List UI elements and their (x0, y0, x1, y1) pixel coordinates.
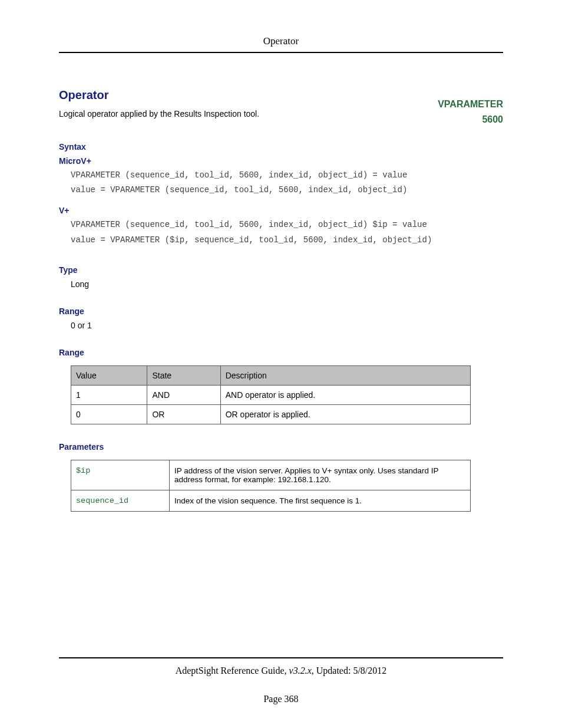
range2-heading: Range (59, 348, 503, 357)
col-value: Value (71, 365, 147, 385)
range1-value: 0 or 1 (59, 321, 503, 330)
table-row: $ip IP address of the vision server. App… (71, 460, 471, 490)
syntax-heading: Syntax (59, 142, 503, 151)
param-desc: Index of the vision sequence. The first … (170, 490, 471, 511)
table-header-row: Value State Description (71, 365, 471, 385)
table-row: sequence_id Index of the vision sequence… (71, 490, 471, 511)
col-state: State (147, 365, 220, 385)
microv-label: MicroV+ (59, 156, 503, 166)
table-row: 1 AND AND operator is applied. (71, 385, 471, 404)
microv-line2: value = VPARAMETER (sequence_id, tool_id… (71, 185, 407, 195)
microv-code: VPARAMETER (sequence_id, tool_id, 5600, … (59, 168, 503, 197)
cell-desc: AND operator is applied. (220, 385, 470, 404)
vparameter-tag: VPARAMETER 5600 (438, 97, 503, 127)
param-desc: IP address of the vision server. Applies… (170, 460, 471, 490)
parameters-heading: Parameters (59, 442, 503, 452)
vplus-line1: VPARAMETER (sequence_id, tool_id, 5600, … (71, 220, 427, 229)
cell-value: 0 (71, 404, 147, 424)
parameters-table: $ip IP address of the vision server. App… (71, 460, 471, 512)
range1-heading: Range (59, 307, 503, 316)
page-header: Operator (59, 35, 503, 53)
table-row: 0 OR OR operator is applied. (71, 404, 471, 424)
vplus-code: VPARAMETER (sequence_id, tool_id, 5600, … (59, 218, 503, 247)
footer-updated: , Updated: 5/8/2012 (312, 666, 387, 676)
header-title: Operator (263, 35, 299, 47)
state-table: Value State Description 1 AND AND operat… (71, 365, 471, 424)
col-desc: Description (220, 365, 470, 385)
footer-version: , v3.2.x (285, 666, 312, 676)
vplus-label: V+ (59, 206, 503, 215)
footer-line: AdeptSight Reference Guide, v3.2.x, Upda… (59, 657, 503, 676)
description-text: Logical operator applied by the Results … (59, 109, 503, 118)
page-title: Operator (59, 88, 503, 102)
title-row: Operator VPARAMETER 5600 (59, 88, 503, 102)
tag-code: 5600 (438, 112, 503, 127)
param-name: $ip (71, 460, 170, 490)
tag-name: VPARAMETER (438, 97, 503, 112)
type-heading: Type (59, 265, 503, 275)
footer-guide: AdeptSight Reference Guide (176, 666, 285, 676)
type-value: Long (59, 279, 503, 289)
cell-value: 1 (71, 385, 147, 404)
vplus-line2: value = VPARAMETER ($ip, sequence_id, to… (71, 235, 432, 245)
page-footer: AdeptSight Reference Guide, v3.2.x, Upda… (59, 657, 503, 704)
cell-state: AND (147, 385, 220, 404)
cell-state: OR (147, 404, 220, 424)
microv-line1: VPARAMETER (sequence_id, tool_id, 5600, … (71, 170, 407, 180)
page-number: Page 368 (59, 694, 503, 704)
cell-desc: OR operator is applied. (220, 404, 470, 424)
param-name: sequence_id (71, 490, 170, 511)
